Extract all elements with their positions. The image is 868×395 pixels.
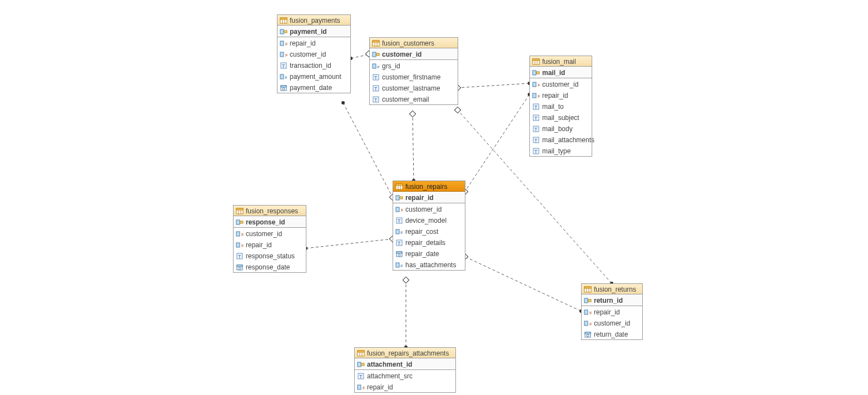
column-row[interactable]: Tmail_body <box>530 123 592 134</box>
entity-customers[interactable]: fusion_customerscustomer_id#grs_idTcusto… <box>369 37 458 105</box>
svg-line-3 <box>343 103 393 197</box>
svg-rect-103 <box>236 232 240 236</box>
entity-title[interactable]: fusion_returns <box>582 284 642 294</box>
column-row[interactable]: Tmail_to <box>530 101 592 112</box>
column-row[interactable]: Rcustomer_id <box>582 317 642 328</box>
entity-mail[interactable]: fusion_mailmail_idRcustomer_idRrepair_id… <box>529 56 592 157</box>
svg-rect-113 <box>584 287 591 288</box>
column-name: customer_id <box>405 206 442 213</box>
column-name: repair_id <box>246 241 272 249</box>
pk-row[interactable]: response_id <box>234 216 306 228</box>
pk-name: response_id <box>246 218 285 226</box>
entity-title[interactable]: fusion_payments <box>277 15 350 26</box>
column-name: device_model <box>405 217 447 224</box>
column-row[interactable]: Tmail_type <box>530 145 592 156</box>
svg-rect-88 <box>396 229 399 234</box>
svg-text:R: R <box>589 311 592 316</box>
column-name: customer_firstname <box>382 73 440 81</box>
column-row[interactable]: Rcustomer_id <box>277 48 350 59</box>
svg-text:T: T <box>374 75 378 81</box>
svg-rect-98 <box>236 208 243 210</box>
entity-title-text: fusion_mail <box>542 58 576 66</box>
entity-repairs[interactable]: fusion_repairsrepair_idRcustomer_idTdevi… <box>393 181 465 271</box>
pk-name: return_id <box>594 297 623 304</box>
svg-rect-50 <box>373 64 376 68</box>
column-name: mail_body <box>542 125 573 133</box>
svg-line-15 <box>413 114 414 181</box>
svg-rect-33 <box>280 41 284 46</box>
column-row[interactable]: Trepair_details <box>393 237 465 248</box>
svg-text:T: T <box>534 138 538 143</box>
column-name: transaction_id <box>290 62 331 69</box>
svg-rect-48 <box>373 52 376 57</box>
column-row[interactable]: Rcustomer_id <box>530 78 592 89</box>
column-row[interactable]: Tcustomer_lastname <box>370 82 458 93</box>
svg-text:R: R <box>401 208 403 213</box>
column-row[interactable]: #payment_amount <box>277 71 350 82</box>
column-name: customer_id <box>246 230 282 238</box>
column-row[interactable]: return_date <box>582 328 642 339</box>
pk-name: payment_id <box>290 28 327 36</box>
svg-rect-49 <box>376 53 379 56</box>
column-row[interactable]: Rcustomer_id <box>393 203 465 214</box>
column-name: has_attachments <box>405 261 456 269</box>
column-row[interactable]: Ttransaction_id <box>277 59 350 71</box>
entity-title[interactable]: fusion_responses <box>234 206 306 216</box>
entity-attachments[interactable]: fusion_repairs_attachmentsattachment_idT… <box>354 347 456 393</box>
column-row[interactable]: payment_date <box>277 82 350 93</box>
column-row[interactable]: #grs_id <box>370 60 458 71</box>
svg-rect-82 <box>396 196 399 200</box>
column-row[interactable]: Rrepair_id <box>530 89 592 101</box>
svg-rect-105 <box>236 243 240 247</box>
svg-rect-130 <box>361 363 364 366</box>
pk-row[interactable]: payment_id <box>277 26 350 37</box>
svg-rect-35 <box>280 52 284 57</box>
entity-title[interactable]: fusion_repairs_attachments <box>355 348 455 358</box>
pk-row[interactable]: customer_id <box>370 48 458 60</box>
column-row[interactable]: response_date <box>234 261 306 272</box>
column-row[interactable]: Rrepair_id <box>277 37 350 48</box>
entity-payments[interactable]: fusion_paymentspayment_idRrepair_idRcust… <box>277 14 351 93</box>
entity-title[interactable]: fusion_mail <box>530 56 592 67</box>
column-name: grs_id <box>382 62 400 70</box>
svg-text:T: T <box>359 374 363 379</box>
column-row[interactable]: Tdevice_model <box>393 214 465 226</box>
column-row[interactable]: Tmail_attachments <box>530 134 592 145</box>
column-row[interactable]: Tattachment_src <box>355 370 455 381</box>
column-name: response_date <box>246 263 290 271</box>
column-row[interactable]: Tmail_subject <box>530 112 592 123</box>
column-name: customer_email <box>382 96 429 103</box>
svg-rect-32 <box>284 31 287 33</box>
column-row[interactable]: #has_attachments <box>393 259 465 270</box>
entity-title[interactable]: fusion_repairs <box>393 181 465 192</box>
svg-text:T: T <box>374 86 378 92</box>
column-row[interactable]: repair_date <box>393 248 465 259</box>
column-row[interactable]: Tresponse_status <box>234 250 306 261</box>
svg-text:T: T <box>398 218 401 224</box>
pk-row[interactable]: attachment_id <box>355 358 455 370</box>
pk-name: repair_id <box>405 194 434 202</box>
pk-row[interactable]: return_id <box>582 294 642 306</box>
svg-rect-95 <box>396 263 399 267</box>
pk-row[interactable]: mail_id <box>530 67 592 78</box>
column-row[interactable]: Rrepair_id <box>582 306 642 317</box>
pk-row[interactable]: repair_id <box>393 192 465 203</box>
svg-rect-79 <box>396 184 403 186</box>
column-name: repair_id <box>542 92 568 99</box>
column-row[interactable]: Rrepair_id <box>234 239 306 250</box>
column-row[interactable]: Tcustomer_email <box>370 93 458 104</box>
column-row[interactable]: #repair_cost <box>393 226 465 237</box>
svg-rect-118 <box>584 310 588 314</box>
svg-text:#: # <box>400 263 403 268</box>
column-row[interactable]: Rcustomer_id <box>234 228 306 239</box>
entity-responses[interactable]: fusion_responsesresponse_idRcustomer_idR… <box>233 205 306 273</box>
svg-line-18 <box>465 257 581 311</box>
svg-line-6 <box>458 83 529 88</box>
column-row[interactable]: Tcustomer_firstname <box>370 71 458 82</box>
column-name: return_date <box>594 331 628 338</box>
column-row[interactable]: Rrepair_id <box>355 381 455 392</box>
svg-rect-17 <box>409 111 415 117</box>
entity-returns[interactable]: fusion_returnsreturn_idRrepair_idRcustom… <box>581 283 643 340</box>
svg-text:T: T <box>534 149 538 154</box>
entity-title[interactable]: fusion_customers <box>370 38 458 48</box>
